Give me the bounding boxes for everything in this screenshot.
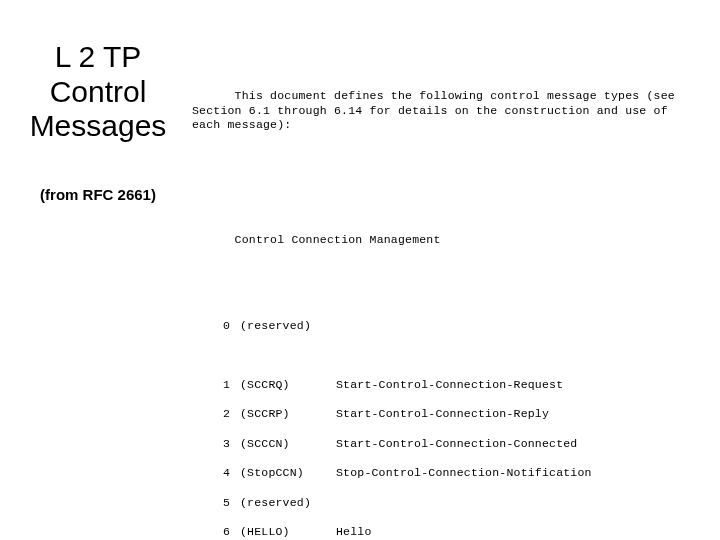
- slide: L 2 TP Control Messages (from RFC 2661) …: [0, 0, 720, 540]
- intro-paragraph: This document defines the following cont…: [192, 74, 700, 148]
- msg-abbr: (SCCRQ): [230, 378, 330, 393]
- msg-row: 4(StopCCN)Stop-Control-Connection-Notifi…: [192, 466, 700, 481]
- title-line-1: L 2 TP: [55, 40, 142, 73]
- section-heading: Control Connection Management: [235, 233, 441, 246]
- slide-title: L 2 TP Control Messages: [8, 40, 188, 144]
- right-column: This document defines the following cont…: [192, 30, 700, 540]
- msg-num: 3: [192, 437, 230, 452]
- msg-desc: Start-Control-Connection-Connected: [330, 437, 577, 452]
- msg-abbr: (StopCCN): [230, 466, 330, 481]
- msg-desc: Start-Control-Connection-Reply: [330, 407, 549, 422]
- title-line-3: Messages: [30, 109, 167, 142]
- msg-row: 2(SCCRP)Start-Control-Connection-Reply: [192, 407, 700, 422]
- intro-line: This document defines the following cont…: [235, 89, 675, 102]
- section-ccm-rows: 0(reserved) 1(SCCRQ)Start-Control-Connec…: [192, 304, 700, 540]
- msg-abbr: (SCCRP): [230, 407, 330, 422]
- msg-abbr: (HELLO): [230, 525, 330, 540]
- left-column: L 2 TP Control Messages (from RFC 2661): [8, 40, 188, 203]
- msg-row: 0(reserved): [192, 319, 700, 334]
- msg-abbr: (SCCCN): [230, 437, 330, 452]
- msg-num: 2: [192, 407, 230, 422]
- msg-num: 6: [192, 525, 230, 540]
- msg-num: 4: [192, 466, 230, 481]
- msg-num: 0: [192, 319, 230, 334]
- msg-row: 1(SCCRQ)Start-Control-Connection-Request: [192, 378, 700, 393]
- slide-subtitle: (from RFC 2661): [8, 186, 188, 203]
- title-line-2: Control: [50, 75, 147, 108]
- msg-abbr: (reserved): [230, 496, 330, 511]
- msg-row: 5(reserved): [192, 496, 700, 511]
- msg-num: 1: [192, 378, 230, 393]
- msg-row: 6(HELLO)Hello: [192, 525, 700, 540]
- msg-desc: Stop-Control-Connection-Notification: [330, 466, 592, 481]
- msg-num: 5: [192, 496, 230, 511]
- msg-abbr: (reserved): [230, 319, 330, 334]
- msg-row: 3(SCCCN)Start-Control-Connection-Connect…: [192, 437, 700, 452]
- section-ccm: Control Connection Management: [192, 219, 700, 263]
- msg-row: [192, 348, 700, 363]
- intro-line: Section 6.1 through 6.14 for details on …: [192, 104, 668, 117]
- intro-line: each message):: [192, 118, 291, 131]
- msg-desc: Hello: [330, 525, 372, 540]
- msg-desc: Start-Control-Connection-Request: [330, 378, 563, 393]
